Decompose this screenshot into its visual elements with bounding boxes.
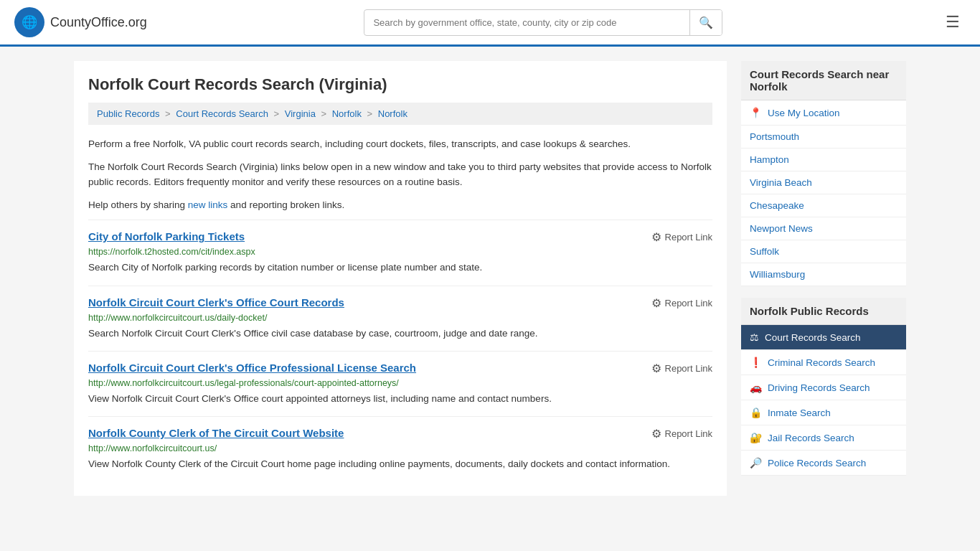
description-3: Help others by sharing new links and rep…: [88, 197, 712, 213]
sidebar-item-label: Criminal Records Search: [768, 357, 875, 368]
nearby-city-link[interactable]: Newport News: [741, 217, 906, 240]
record-title-row: City of Norfolk Parking Tickets ⚙ Report…: [88, 230, 712, 244]
logo-ext: .org: [125, 15, 147, 29]
record-url[interactable]: https://norfolk.t2hosted.com/cit/index.a…: [88, 247, 712, 257]
public-records-section: Norfolk Public Records ⚖ Court Records S…: [741, 298, 906, 476]
public-records-link[interactable]: 🔒 Inmate Search: [741, 400, 906, 425]
sidebar: Court Records Search near Norfolk 📍 Use …: [741, 61, 906, 496]
record-desc: View Norfolk Circuit Court Clerk's Offic…: [88, 392, 712, 406]
page-title: Norfolk Court Records Search (Virginia): [88, 75, 712, 94]
sidebar-item-icon: ⚖: [750, 331, 759, 343]
records-container: City of Norfolk Parking Tickets ⚙ Report…: [88, 220, 712, 481]
breadcrumb: Public Records > Court Records Search > …: [88, 103, 712, 125]
nearby-city-link[interactable]: Suffolk: [741, 240, 906, 263]
record-desc: Search City of Norfolk parking records b…: [88, 260, 712, 275]
nearby-city-item: Portsmouth: [741, 126, 906, 149]
report-icon: ⚙: [651, 427, 661, 441]
public-records-list: ⚖ Court Records Search ❗ Criminal Record…: [741, 325, 906, 476]
report-link-label: Report Link: [665, 363, 712, 374]
report-link[interactable]: ⚙ Report Link: [651, 230, 712, 244]
public-records-link[interactable]: ❗ Criminal Records Search: [741, 350, 906, 375]
record-desc: View Norfolk County Clerk of the Circuit…: [88, 457, 712, 471]
public-records-item: ⚖ Court Records Search: [741, 325, 906, 350]
report-link[interactable]: ⚙ Report Link: [651, 427, 712, 441]
menu-icon[interactable]: ☰: [940, 7, 966, 37]
nearby-city-item: Hampton: [741, 149, 906, 171]
sidebar-item-label: Driving Records Search: [768, 382, 870, 393]
site-header: 🌐 CountyOffice.org 🔍 ☰: [0, 0, 980, 47]
sidebar-item-label: Jail Records Search: [768, 433, 854, 443]
nearby-city-link[interactable]: Chesapeake: [741, 194, 906, 217]
record-entry-2: Norfolk Circuit Court Clerk's Office Pro…: [88, 351, 712, 416]
report-link-label: Report Link: [665, 232, 712, 242]
nearby-city-item: Newport News: [741, 217, 906, 240]
public-records-link[interactable]: 🔎 Police Records Search: [741, 451, 906, 475]
use-location-label: Use My Location: [768, 108, 840, 118]
record-title[interactable]: Norfolk Circuit Court Clerk's Office Cou…: [88, 296, 344, 309]
record-title[interactable]: City of Norfolk Parking Tickets: [88, 230, 245, 242]
record-url[interactable]: http://www.norfolkcircuitcourt.us/daily-…: [88, 313, 712, 323]
report-link-label: Report Link: [665, 428, 712, 439]
search-input[interactable]: [364, 11, 689, 34]
nearby-header: Court Records Search near Norfolk: [741, 61, 906, 100]
breadcrumb-virginia[interactable]: Virginia: [285, 108, 316, 119]
record-title[interactable]: Norfolk Circuit Court Clerk's Office Pro…: [88, 362, 416, 374]
logo-icon: 🌐: [14, 7, 44, 37]
sidebar-item-icon: 🔐: [750, 432, 762, 443]
content-area: Norfolk Court Records Search (Virginia) …: [74, 61, 727, 496]
public-records-link[interactable]: ⚖ Court Records Search: [741, 325, 906, 349]
record-url[interactable]: http://www.norfolkcircuitcourt.us/: [88, 443, 712, 453]
report-icon: ⚙: [651, 296, 661, 310]
search-bar: 🔍: [364, 9, 722, 36]
breadcrumb-norfolk[interactable]: Norfolk: [332, 108, 362, 119]
report-link[interactable]: ⚙ Report Link: [651, 362, 712, 375]
nearby-city-item: Williamsburg: [741, 263, 906, 286]
logo-text: CountyOffice.org: [50, 15, 147, 30]
nearby-city-link[interactable]: Virginia Beach: [741, 171, 906, 194]
public-records-item: 🔒 Inmate Search: [741, 400, 906, 425]
nearby-section: Court Records Search near Norfolk 📍 Use …: [741, 61, 906, 286]
record-desc: Search Norfolk Circuit Court Clerk's Off…: [88, 326, 712, 341]
search-button[interactable]: 🔍: [689, 10, 722, 35]
report-icon: ⚙: [651, 362, 661, 375]
public-records-item: ❗ Criminal Records Search: [741, 350, 906, 375]
location-icon: 📍: [750, 107, 762, 118]
sidebar-item-icon: 🔎: [750, 457, 762, 468]
sidebar-item-label: Court Records Search: [765, 332, 861, 343]
nearby-city-item: Chesapeake: [741, 194, 906, 217]
sidebar-item-icon: ❗: [750, 357, 762, 368]
record-title-row: Norfolk Circuit Court Clerk's Office Pro…: [88, 362, 712, 375]
sidebar-item-icon: 🔒: [750, 407, 762, 418]
public-records-item: 🔎 Police Records Search: [741, 451, 906, 476]
logo-brand: CountyOffice: [50, 15, 125, 29]
nearby-city-item: Suffolk: [741, 240, 906, 263]
description-3-post: and reporting broken links.: [227, 199, 344, 210]
main-container: Norfolk Court Records Search (Virginia) …: [60, 47, 920, 510]
breadcrumb-court-records-search[interactable]: Court Records Search: [176, 108, 268, 119]
record-title[interactable]: Norfolk County Clerk of The Circuit Cour…: [88, 427, 344, 439]
sidebar-item-label: Police Records Search: [768, 458, 866, 468]
report-link[interactable]: ⚙ Report Link: [651, 296, 712, 310]
nearby-city-link[interactable]: Williamsburg: [741, 263, 906, 286]
public-records-item: 🔐 Jail Records Search: [741, 425, 906, 451]
public-records-item: 🚗 Driving Records Search: [741, 375, 906, 400]
public-records-link[interactable]: 🔐 Jail Records Search: [741, 425, 906, 450]
report-icon: ⚙: [651, 230, 661, 244]
description-2: The Norfolk Court Records Search (Virgin…: [88, 159, 712, 190]
report-link-label: Report Link: [665, 298, 712, 309]
description-1: Perform a free Norfolk, VA public court …: [88, 136, 712, 152]
record-title-row: Norfolk County Clerk of The Circuit Cour…: [88, 427, 712, 441]
record-url[interactable]: http://www.norfolkcircuitcourt.us/legal-…: [88, 378, 712, 388]
breadcrumb-norfolk-current[interactable]: Norfolk: [378, 108, 407, 119]
public-records-link[interactable]: 🚗 Driving Records Search: [741, 375, 906, 400]
nearby-city-item: Virginia Beach: [741, 171, 906, 194]
logo-area: 🌐 CountyOffice.org: [14, 7, 147, 37]
record-title-row: Norfolk Circuit Court Clerk's Office Cou…: [88, 296, 712, 310]
nearby-city-link[interactable]: Portsmouth: [741, 126, 906, 148]
new-links-link[interactable]: new links: [188, 199, 228, 210]
use-location[interactable]: 📍 Use My Location: [741, 100, 906, 126]
public-records-header: Norfolk Public Records: [741, 298, 906, 325]
nearby-city-link[interactable]: Hampton: [741, 149, 906, 171]
description-3-pre: Help others by sharing: [88, 199, 188, 210]
breadcrumb-public-records[interactable]: Public Records: [97, 108, 159, 119]
